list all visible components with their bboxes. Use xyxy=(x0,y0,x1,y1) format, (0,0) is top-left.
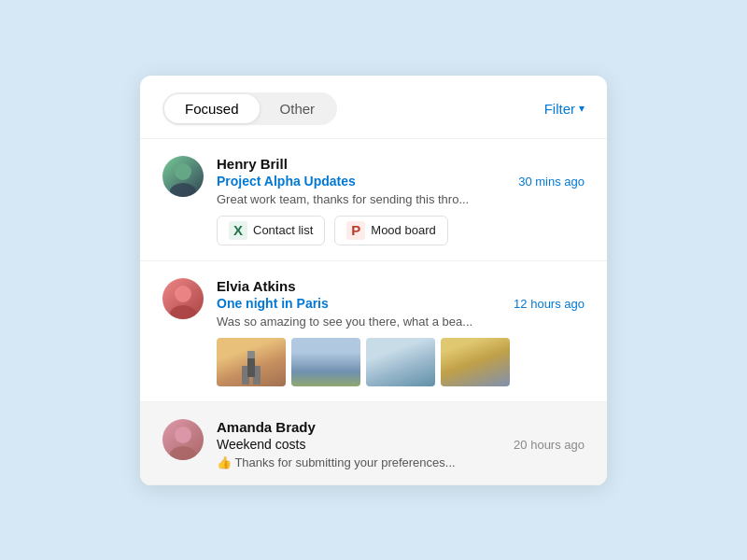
svg-point-2 xyxy=(175,286,191,302)
excel-icon: X xyxy=(229,221,247,240)
email-body-elvia: Elvia Atkins One night in Paris 12 hours… xyxy=(217,278,585,386)
photo-paris-1[interactable] xyxy=(217,338,286,386)
time-henry: 30 mins ago xyxy=(518,175,585,189)
photo-paris-3[interactable] xyxy=(366,338,435,386)
photo-paris-2[interactable] xyxy=(291,338,360,386)
preview-elvia: Was so amazing to see you there, what a … xyxy=(217,315,585,329)
sender-elvia: Elvia Atkins xyxy=(217,278,585,294)
attachment-label-mood: Mood board xyxy=(371,223,435,237)
subject-line-amanda: Weekend costs 20 hours ago xyxy=(217,437,585,452)
email-item-elvia[interactable]: Elvia Atkins One night in Paris 12 hours… xyxy=(140,261,607,402)
subject-line-henry: Project Alpha Updates 30 mins ago xyxy=(217,174,585,189)
email-body-henry: Henry Brill Project Alpha Updates 30 min… xyxy=(217,156,585,245)
subject-amanda: Weekend costs xyxy=(217,437,305,452)
avatar-amanda xyxy=(162,419,204,460)
sender-amanda: Amanda Brady xyxy=(217,419,585,435)
attachment-label-contact: Contact list xyxy=(253,223,313,237)
email-item-amanda[interactable]: Amanda Brady Weekend costs 20 hours ago … xyxy=(140,402,607,485)
avatar-elvia xyxy=(162,278,204,319)
email-card: Focused Other Filter ▾ Henry Brill Proje… xyxy=(140,76,607,485)
subject-line-elvia: One night in Paris 12 hours ago xyxy=(217,296,585,311)
svg-point-0 xyxy=(175,163,191,180)
email-list: Henry Brill Project Alpha Updates 30 min… xyxy=(140,139,607,485)
time-elvia: 12 hours ago xyxy=(514,297,585,311)
photo-strip-elvia xyxy=(217,338,585,386)
tab-other[interactable]: Other xyxy=(260,94,336,123)
tab-group: Focused Other xyxy=(162,92,337,125)
attachment-mood-board[interactable]: P Mood board xyxy=(334,216,447,245)
svg-point-3 xyxy=(170,305,196,319)
avatar-henry xyxy=(162,156,204,197)
attachment-contact-list[interactable]: X Contact list xyxy=(217,216,325,245)
chevron-down-icon: ▾ xyxy=(579,102,585,115)
time-amanda: 20 hours ago xyxy=(514,438,585,452)
svg-point-5 xyxy=(170,446,196,460)
subject-henry: Project Alpha Updates xyxy=(217,174,356,189)
email-body-amanda: Amanda Brady Weekend costs 20 hours ago … xyxy=(217,419,585,469)
tab-focused[interactable]: Focused xyxy=(164,94,260,123)
preview-amanda: 👍 Thanks for submitting your preferences… xyxy=(217,455,585,469)
email-item-henry[interactable]: Henry Brill Project Alpha Updates 30 min… xyxy=(140,139,607,261)
preview-henry: Great work team, thanks for sending this… xyxy=(217,192,585,206)
svg-point-4 xyxy=(175,427,191,443)
subject-elvia: One night in Paris xyxy=(217,296,329,311)
tab-bar: Focused Other Filter ▾ xyxy=(140,76,607,139)
filter-label: Filter xyxy=(544,101,575,117)
svg-point-1 xyxy=(170,183,196,197)
sender-henry: Henry Brill xyxy=(217,156,585,172)
filter-button[interactable]: Filter ▾ xyxy=(544,101,585,117)
attachments-henry: X Contact list P Mood board xyxy=(217,216,585,245)
powerpoint-icon: P xyxy=(346,221,365,240)
photo-paris-4[interactable] xyxy=(441,338,510,386)
